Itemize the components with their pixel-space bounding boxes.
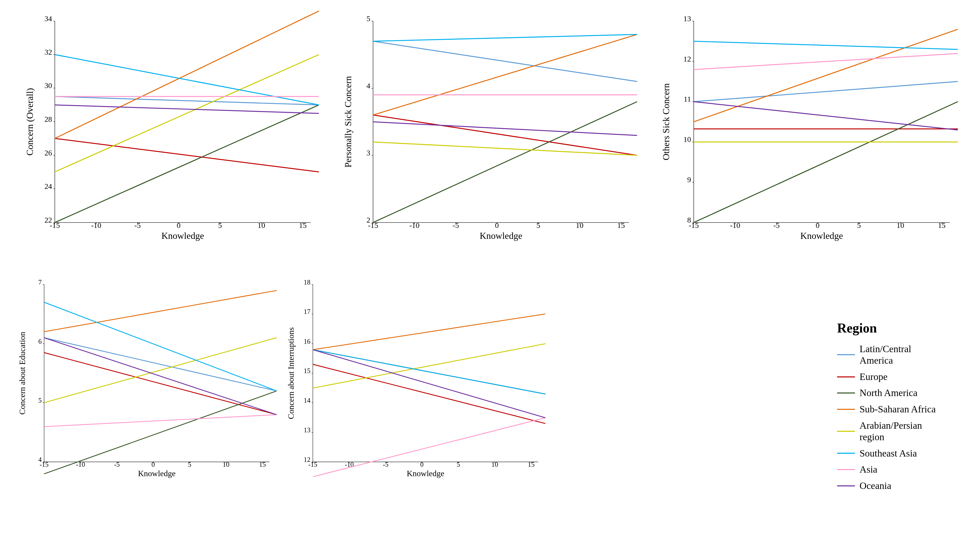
legend-line-arabian [837, 431, 855, 432]
svg-text:13: 13 [304, 426, 310, 434]
svg-text:17: 17 [304, 308, 310, 315]
svg-line-142 [44, 337, 277, 403]
svg-line-104 [694, 81, 958, 102]
svg-line-67 [373, 115, 637, 155]
legend-line-asia [837, 469, 855, 470]
svg-text:12: 12 [683, 55, 691, 63]
svg-line-34 [55, 105, 319, 223]
svg-line-71 [373, 35, 637, 41]
chart5-svg: 12 13 14 15 16 17 18 -15 -10 -5 [284, 260, 548, 505]
legend-item-subsaharan: Sub-Saharan Africa [837, 403, 965, 415]
legend-line-north-america [837, 393, 855, 393]
svg-text:-10: -10 [91, 221, 101, 229]
svg-text:-10: -10 [730, 221, 740, 229]
svg-text:Knowledge: Knowledge [479, 231, 522, 241]
legend-item-oceania: Oceania [837, 480, 965, 492]
svg-text:Knowledge: Knowledge [161, 231, 204, 241]
svg-text:Personally Sick Concern: Personally Sick Concern [343, 76, 353, 167]
svg-text:-10: -10 [409, 221, 420, 229]
chart3-svg: 8 9 10 11 12 13 -15 -10 -5 0 5 [652, 10, 965, 255]
svg-text:18: 18 [304, 278, 310, 286]
svg-text:10: 10 [683, 135, 691, 143]
chart3-container: 8 9 10 11 12 13 -15 -10 -5 0 5 [652, 10, 965, 255]
svg-line-109 [694, 41, 958, 49]
legend-item-europe: Europe [837, 371, 965, 383]
svg-line-185 [313, 350, 546, 418]
svg-text:0: 0 [177, 221, 181, 229]
svg-text:32: 32 [45, 48, 52, 56]
svg-text:5: 5 [218, 221, 222, 229]
svg-text:34: 34 [45, 14, 52, 23]
chart2-svg: 2 3 4 5 -15 -10 -5 0 5 10 15 [334, 10, 647, 255]
legend-label-europe: Europe [859, 371, 888, 383]
svg-line-69 [373, 35, 637, 115]
legend-label-asia: Asia [859, 464, 877, 476]
svg-text:6: 6 [38, 338, 41, 345]
svg-text:30: 30 [45, 81, 52, 89]
svg-line-138 [44, 337, 277, 391]
chart1-svg: 22 24 26 28 30 32 34 [15, 10, 328, 255]
svg-line-144 [44, 415, 277, 427]
svg-text:15: 15 [304, 367, 310, 375]
svg-text:15: 15 [617, 221, 625, 229]
svg-text:26: 26 [45, 148, 52, 157]
svg-line-179 [313, 364, 546, 423]
svg-text:Knowledge: Knowledge [138, 469, 176, 478]
svg-text:0: 0 [816, 221, 820, 229]
legend-item-asia: Asia [837, 464, 965, 476]
svg-text:10: 10 [576, 221, 584, 229]
legend-item-north-america: North America [837, 387, 965, 399]
legend-label-north-america: North America [859, 387, 918, 399]
svg-text:Concern about Education: Concern about Education [18, 332, 27, 414]
svg-line-184 [313, 418, 546, 477]
svg-text:Knowledge: Knowledge [407, 469, 444, 478]
legend-line-subsaharan [837, 409, 855, 410]
svg-line-139 [44, 353, 277, 415]
svg-text:28: 28 [45, 115, 52, 123]
svg-line-141 [44, 290, 277, 332]
svg-text:Knowledge: Knowledge [800, 231, 843, 241]
svg-text:9: 9 [687, 175, 691, 184]
legend-container: Region Latin/CentralAmerica Europe North… [822, 260, 965, 505]
legend-item-arabian: Arabian/Persianregion [837, 420, 965, 443]
legend-item-southeast-asia: Southeast Asia [837, 448, 965, 459]
svg-text:3: 3 [366, 148, 370, 157]
svg-line-181 [313, 314, 546, 350]
svg-text:Concern (Overall): Concern (Overall) [25, 88, 35, 156]
svg-text:15: 15 [938, 221, 945, 229]
svg-line-66 [373, 41, 637, 82]
svg-text:11: 11 [684, 95, 691, 103]
bottom-row: 4 5 6 7 -15 -10 -5 0 5 10 15 [15, 260, 965, 505]
svg-line-182 [313, 344, 546, 388]
svg-line-145 [44, 337, 277, 415]
legend-label-subsaharan: Sub-Saharan Africa [859, 403, 936, 415]
top-row: 22 24 26 28 30 32 34 [15, 10, 965, 255]
chart4-svg: 4 5 6 7 -15 -10 -5 0 5 10 15 [15, 260, 279, 505]
svg-line-68 [373, 102, 637, 223]
svg-text:5: 5 [536, 221, 540, 229]
svg-line-110 [694, 54, 958, 70]
chart5-container: 12 13 14 15 16 17 18 -15 -10 -5 [284, 260, 548, 505]
svg-line-143 [44, 302, 277, 391]
legend-label-southeast-asia: Southeast Asia [859, 448, 917, 459]
chart4-container: 4 5 6 7 -15 -10 -5 0 5 10 15 [15, 260, 279, 505]
svg-text:-5: -5 [452, 221, 459, 229]
svg-text:16: 16 [304, 338, 310, 345]
svg-text:13: 13 [683, 14, 691, 23]
svg-text:0: 0 [495, 221, 499, 229]
svg-line-106 [694, 102, 958, 223]
legend-line-oceania [837, 485, 855, 486]
legend-line-europe [837, 376, 855, 377]
svg-text:24: 24 [45, 182, 52, 190]
svg-text:Others Sick Concern: Others Sick Concern [661, 83, 671, 160]
svg-text:4: 4 [366, 81, 370, 90]
legend-line-southeast-asia [837, 453, 855, 454]
svg-text:Concern about Interruptions: Concern about Interruptions [286, 327, 296, 419]
svg-line-39 [55, 105, 319, 113]
main-container: 22 24 26 28 30 32 34 [0, 0, 980, 541]
chart1-container: 22 24 26 28 30 32 34 [15, 10, 328, 255]
svg-text:-5: -5 [773, 221, 780, 229]
svg-text:14: 14 [304, 397, 310, 404]
legend-title: Region [837, 320, 965, 336]
legend-item-latin: Latin/CentralAmerica [837, 343, 965, 366]
